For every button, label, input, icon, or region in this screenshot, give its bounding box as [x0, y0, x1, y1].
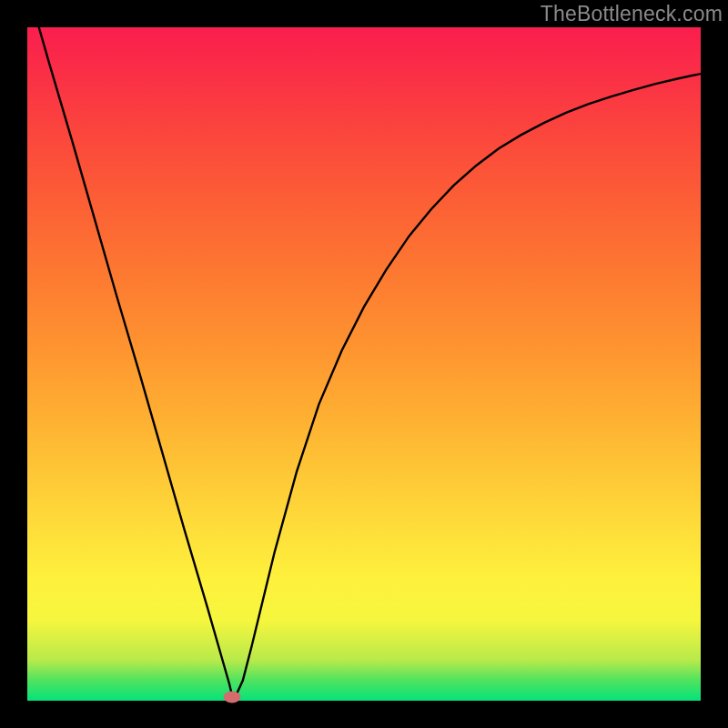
plot-area [27, 27, 701, 701]
minimum-marker [223, 692, 240, 703]
curve-layer [27, 27, 701, 701]
bottleneck-curve [27, 27, 701, 698]
watermark-text: TheBottleneck.com [541, 2, 723, 26]
chart-frame: TheBottleneck.com [0, 0, 728, 728]
